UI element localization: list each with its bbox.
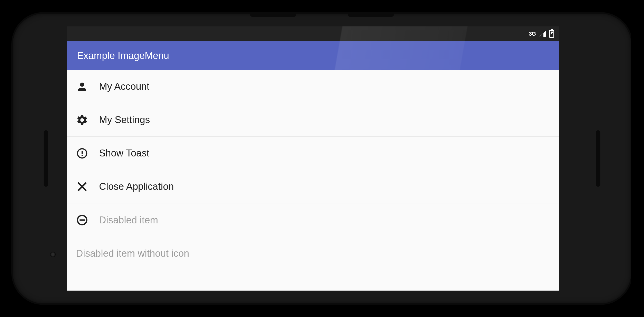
android-status-bar: 3G bbox=[67, 26, 559, 41]
menu-item-disabled-no-icon: Disabled item without icon bbox=[67, 237, 559, 270]
android-nav-bar bbox=[631, 14, 644, 303]
menu-item-label: Close Application bbox=[99, 181, 174, 192]
menu-item-my-account[interactable]: My Account bbox=[67, 70, 559, 103]
menu-item-close-application[interactable]: Close Application bbox=[67, 170, 559, 203]
app-title: Example ImageMenu bbox=[77, 50, 169, 61]
network-type-label: 3G bbox=[529, 31, 536, 37]
person-icon bbox=[76, 81, 88, 93]
menu-item-label: My Account bbox=[99, 81, 149, 92]
menu-item-label: Disabled item without icon bbox=[76, 248, 189, 259]
alert-circle-icon bbox=[76, 147, 88, 160]
menu-item-label: Show Toast bbox=[99, 148, 149, 159]
menu-item-my-settings[interactable]: My Settings bbox=[67, 103, 559, 137]
image-menu-list: My Account My Settings Show Toast Close … bbox=[67, 70, 559, 270]
menu-item-label: Disabled item bbox=[99, 215, 158, 226]
phone-speaker-left bbox=[44, 130, 48, 187]
phone-top-notch bbox=[245, 12, 399, 17]
cell-signal-icon bbox=[539, 31, 546, 37]
menu-item-show-toast[interactable]: Show Toast bbox=[67, 137, 559, 170]
phone-device-frame: 3G Example ImageMenu My Account My Setti… bbox=[13, 14, 631, 303]
device-screen: 3G Example ImageMenu My Account My Setti… bbox=[67, 26, 559, 291]
menu-item-disabled: Disabled item bbox=[67, 203, 559, 237]
gear-icon bbox=[76, 114, 88, 126]
phone-front-camera bbox=[50, 252, 56, 257]
menu-item-label: My Settings bbox=[99, 114, 150, 125]
app-bar: Example ImageMenu bbox=[67, 41, 559, 70]
svg-point-2 bbox=[82, 155, 83, 156]
do-not-disturb-icon bbox=[76, 214, 88, 226]
phone-speaker-right bbox=[596, 130, 600, 187]
battery-icon bbox=[549, 30, 554, 38]
close-icon bbox=[76, 181, 88, 193]
